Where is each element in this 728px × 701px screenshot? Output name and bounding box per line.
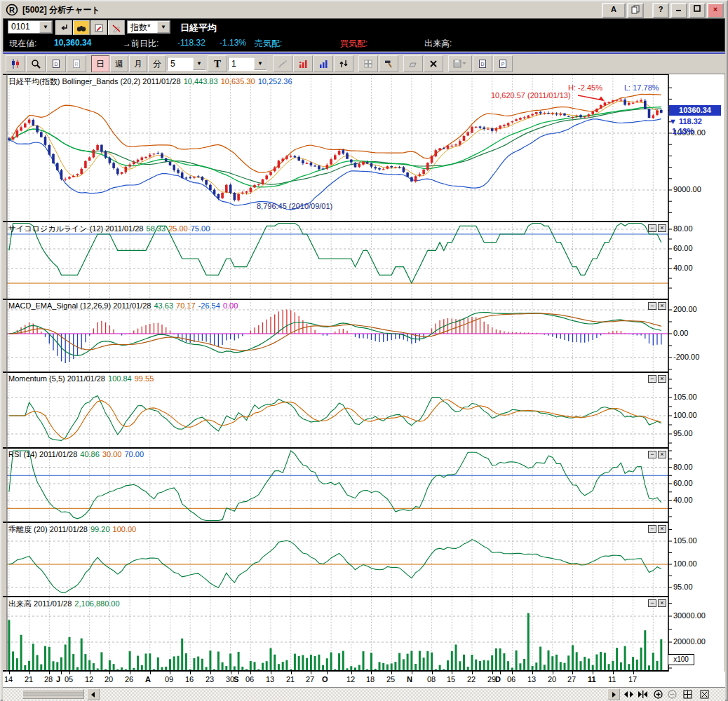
x-axis-tick <box>238 672 239 674</box>
x-axis-tick <box>412 672 412 674</box>
copy-window-button[interactable] <box>627 3 644 18</box>
chevron-down-icon[interactable]: ▼ <box>254 57 267 70</box>
pane-close-button[interactable]: × <box>658 599 666 607</box>
compress-horizontal-button[interactable] <box>637 689 648 700</box>
pane-minimize-button[interactable]: − <box>648 599 656 607</box>
chevron-down-icon[interactable]: ▼ <box>193 57 205 70</box>
chart-restore-button[interactable]: R <box>67 55 86 72</box>
x-axis-tick <box>29 672 30 674</box>
y-axis-label: 95.00 <box>673 583 693 591</box>
y-axis-label: 9000.00 <box>673 185 701 193</box>
trendline-tool-button[interactable] <box>273 55 292 72</box>
x-axis-tick <box>49 672 50 674</box>
search-button[interactable] <box>73 20 90 35</box>
volume-label: 出来高: <box>424 38 452 50</box>
zoom-button[interactable] <box>26 55 46 72</box>
memo-button[interactable] <box>90 20 107 35</box>
tile-panes-button[interactable] <box>682 689 693 700</box>
red-bars-button[interactable] <box>293 55 313 72</box>
blue-bars-button[interactable] <box>314 55 333 72</box>
x-axis-tick <box>613 672 614 674</box>
window-title: [5002] 分析チャート <box>22 4 100 16</box>
no-pen-icon <box>111 22 122 34</box>
page-setup-button[interactable]: D <box>473 55 492 72</box>
period-monthly-button[interactable]: 月 <box>129 55 147 72</box>
x-axis-tick <box>231 672 231 674</box>
save-button[interactable] <box>448 55 472 72</box>
pane-close-button[interactable]: × <box>658 302 666 310</box>
code-combo[interactable]: 0101 ▼ <box>8 20 53 34</box>
svg-text:R: R <box>74 62 78 67</box>
y-axis-label: 60.00 <box>673 479 693 487</box>
pane-close-button[interactable]: × <box>658 525 666 533</box>
interval-combo-value: 5 <box>168 57 178 70</box>
instrument-name: 日経平均 <box>180 22 217 34</box>
period-minute-button[interactable]: 分 <box>148 55 166 72</box>
scroll-right-button[interactable] <box>607 688 620 700</box>
scroll-left-button[interactable] <box>87 688 100 700</box>
close-pane-button[interactable] <box>699 689 710 700</box>
count-combo[interactable]: 1 ▼ <box>228 57 267 71</box>
maximize-button[interactable] <box>689 3 706 18</box>
interval-combo[interactable]: 5 ▼ <box>167 57 206 71</box>
scrollbar-thumb[interactable] <box>22 689 84 699</box>
zoom-in-icon <box>654 690 663 699</box>
font-button[interactable]: A <box>602 3 626 18</box>
draw-off-button[interactable] <box>108 20 125 35</box>
binoculars-icon <box>76 22 87 34</box>
page-r-icon: R <box>71 58 82 69</box>
zoom-out-icon <box>668 690 677 699</box>
x-axis-tick <box>452 672 452 674</box>
zoom-in-button[interactable] <box>652 689 663 700</box>
candle-chart-button[interactable] <box>6 55 25 72</box>
y-axis-label: 40.00 <box>673 496 693 504</box>
eraser-button[interactable] <box>403 55 423 72</box>
chevron-down-icon[interactable]: ▼ <box>157 21 170 33</box>
x-axis-label: 27 <box>306 675 314 683</box>
x-axis-tick <box>170 672 170 674</box>
blue-bars-icon <box>318 58 329 69</box>
y-axis-label: 40.00 <box>673 264 693 272</box>
red-bars-icon <box>297 58 309 69</box>
zoom-out-button[interactable] <box>666 689 678 700</box>
pane-minimize-button[interactable]: − <box>648 224 656 232</box>
settings-tool-button[interactable] <box>379 55 398 72</box>
period-daily-button[interactable]: 日 <box>91 55 109 72</box>
x-axis-label: 21 <box>25 675 33 683</box>
x-axis-tick <box>69 672 70 674</box>
chart-copy-button[interactable]: D <box>46 55 66 72</box>
pane-close-button[interactable]: × <box>658 451 666 458</box>
x-axis-label: 16 <box>185 675 194 683</box>
x-axis-label: 26 <box>125 675 133 683</box>
x-axis-tick <box>371 672 372 674</box>
x-axis-tick <box>61 672 62 674</box>
market-combo[interactable]: 指数* ▼ <box>127 20 170 34</box>
current-value: 10,360.34 <box>54 38 91 48</box>
x-axis-tick <box>130 672 130 674</box>
chevron-down-icon[interactable]: ▼ <box>39 21 52 33</box>
x-axis-tick <box>327 672 328 674</box>
pane-minimize-button[interactable]: − <box>648 525 656 533</box>
help-button[interactable]: ? <box>652 3 669 18</box>
x-axis-label: 06 <box>507 675 515 683</box>
pane-minimize-button[interactable]: − <box>648 451 656 458</box>
current-price-box: 10360.34 <box>669 105 721 116</box>
expand-horizontal-button[interactable] <box>623 689 634 700</box>
enter-button[interactable] <box>55 20 72 35</box>
x-axis-label: 18 <box>366 675 375 683</box>
pane-minimize-button[interactable]: − <box>648 375 656 383</box>
x-axis-label: 11 <box>588 675 596 683</box>
close-button[interactable]: × <box>707 3 724 18</box>
pane-close-button[interactable]: × <box>658 375 666 383</box>
sort-updown-button[interactable] <box>334 55 353 72</box>
delete-button[interactable] <box>424 55 443 72</box>
print-page-button[interactable]: P <box>493 55 513 72</box>
pane-close-button[interactable]: × <box>658 224 666 232</box>
text-tool-button[interactable]: T <box>208 55 227 72</box>
x-axis-label: N <box>407 675 412 683</box>
horizontal-scrollbar[interactable] <box>3 687 725 701</box>
grid-layout-button[interactable] <box>358 55 378 72</box>
period-weekly-button[interactable]: 週 <box>110 55 128 72</box>
minimize-button[interactable] <box>670 3 687 18</box>
pane-minimize-button[interactable]: − <box>648 302 656 310</box>
